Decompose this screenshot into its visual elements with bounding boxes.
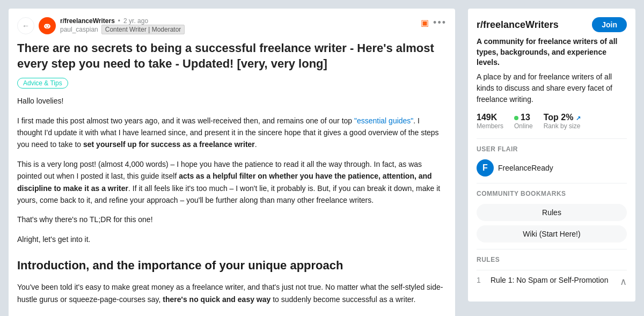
back-button[interactable]: ← [17, 17, 34, 34]
divider-2 [477, 183, 627, 183]
author-row: paul_caspian Content Writer | Moderator [60, 25, 185, 34]
more-options-button[interactable]: ••• [433, 17, 447, 28]
subreddit-icon [39, 17, 56, 34]
rules-bookmark-button[interactable]: Rules [477, 204, 627, 221]
para5-bold: there's no quick and easy way [163, 295, 270, 304]
flair-avatar: F [477, 159, 494, 177]
post-body: Hallo lovelies! I first made this post a… [17, 95, 447, 305]
post-card: ← [9, 9, 455, 316]
divider-1 [477, 138, 627, 139]
award-icon: ▣ [421, 18, 429, 28]
post-tag-chip: Advice & Tips [17, 78, 447, 95]
rule-row-1: 1 Rule 1: No Spam or Self-Promotion ∧ [477, 270, 627, 293]
rank-link-icon[interactable]: ↗ [576, 115, 581, 121]
stats-row: 149K Members 13 Online Top 2% ↗ Rank by … [477, 113, 627, 130]
online-value: 13 [514, 113, 533, 122]
rank-label: Rank by size [544, 122, 581, 130]
stat-members: 149K Members [477, 113, 503, 130]
user-flair-row: F FreelanceReady [477, 159, 627, 177]
post-header-left: ← [17, 17, 185, 34]
svg-point-3 [48, 26, 49, 27]
post-title: There are no secrets to being a successf… [17, 41, 447, 71]
post-para5: You've been told it's easy to make great… [17, 281, 447, 305]
flair-name: FreelanceReady [498, 164, 553, 172]
author-flair-badge: Content Writer | Moderator [101, 25, 185, 34]
para1-bold: set yourself up for success as a freelan… [83, 140, 255, 149]
community-bookmarks-section-title: COMMUNITY BOOKMARKS [477, 190, 627, 197]
dot-separator: • [118, 17, 120, 25]
rank-value: Top 2% ↗ [544, 113, 581, 122]
sidebar-subreddit-name[interactable]: r/freelanceWriters [477, 19, 559, 31]
sidebar-description: A place by and for freelance writers of … [477, 71, 627, 105]
sidebar-header: r/freelanceWriters Join [477, 17, 627, 32]
online-dot [514, 116, 518, 120]
divider-3 [477, 249, 627, 249]
essential-guides-link[interactable]: "essential guides" [354, 116, 413, 125]
rule-left-1: 1 Rule 1: No Spam or Self-Promotion [477, 276, 608, 284]
stat-rank: Top 2% ↗ Rank by size [544, 113, 581, 130]
members-label: Members [477, 122, 503, 130]
post-para3: That's why there's no TL;DR for this one… [17, 214, 447, 225]
wiki-bookmark-button[interactable]: Wiki (Start Here!) [477, 225, 627, 242]
rules-section-title: RULES [477, 256, 627, 263]
rule-number-1: 1 [477, 276, 485, 284]
advice-tips-tag[interactable]: Advice & Tips [17, 78, 68, 89]
post-meta-top: r/freelanceWriters • 2 yr. ago [60, 17, 185, 25]
sidebar: r/freelanceWriters Join A community for … [468, 9, 635, 316]
rule-text-1: Rule 1: No Spam or Self-Promotion [491, 276, 608, 284]
post-para1: I first made this post almost two years … [17, 115, 447, 151]
subreddit-name-link[interactable]: r/freelanceWriters [60, 17, 115, 25]
svg-point-6 [45, 24, 46, 25]
post-time: 2 yr. ago [123, 17, 148, 25]
page-wrapper: ← [0, 0, 644, 316]
post-greeting: Hallo lovelies! [17, 95, 447, 107]
sidebar-description-bold: A community for freelance writers of all… [477, 36, 627, 68]
post-header: ← [17, 17, 447, 34]
stat-online: 13 Online [514, 113, 533, 130]
svg-point-2 [46, 26, 47, 27]
members-value: 149K [477, 113, 503, 122]
user-flair-section-title: USER FLAIR [477, 145, 627, 153]
section-heading: Introduction, and the importance of your… [17, 256, 447, 275]
online-label: Online [514, 122, 533, 130]
main-content: ← [9, 9, 455, 316]
svg-point-7 [48, 24, 49, 25]
join-button[interactable]: Join [592, 17, 627, 32]
post-para2: This is a very long post! (almost 4,000 … [17, 158, 447, 207]
post-author[interactable]: paul_caspian [60, 26, 98, 33]
sidebar-community-card: r/freelanceWriters Join A community for … [468, 9, 635, 302]
rule-expand-icon-1[interactable]: ∧ [620, 276, 627, 288]
post-para4: Alright, let's get into it. [17, 233, 447, 245]
reddit-logo-icon [42, 20, 53, 31]
post-meta: r/freelanceWriters • 2 yr. ago paul_casp… [60, 17, 185, 34]
post-header-actions: ▣ ••• [421, 17, 447, 28]
